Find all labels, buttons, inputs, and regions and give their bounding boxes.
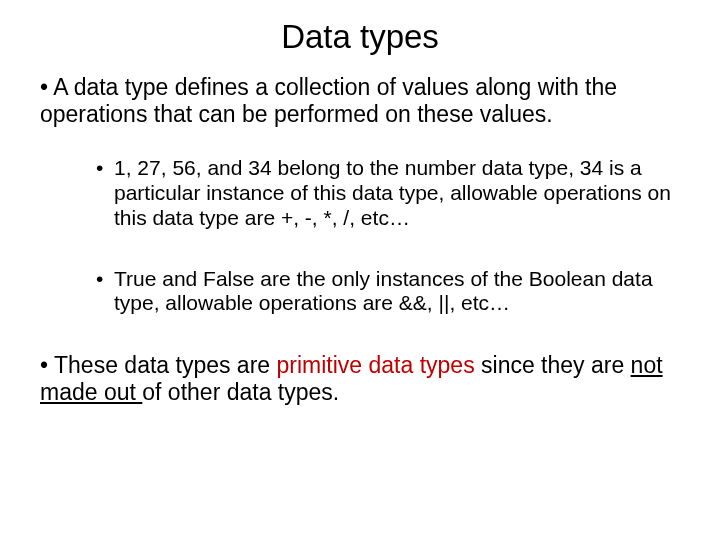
bullet-definition: • A data type defines a collection of va…: [40, 74, 680, 128]
primitive-t5: of other data types.: [142, 379, 339, 405]
bullet-boolean-type: •True and False are the only instances o…: [96, 267, 680, 317]
bullet-dot: •: [96, 267, 114, 292]
slide: Data types • A data type defines a colle…: [0, 0, 720, 540]
primitive-highlight: primitive data types: [277, 352, 475, 378]
primitive-t3: since they are: [475, 352, 631, 378]
definition-text: A data type defines a collection of valu…: [40, 74, 617, 127]
bullet-number-type: •1, 27, 56, and 34 belong to the number …: [96, 156, 680, 230]
bullet-primitive: • These data types are primitive data ty…: [40, 352, 680, 406]
primitive-t1: These data types are: [54, 352, 276, 378]
number-type-text: 1, 27, 56, and 34 belong to the number d…: [114, 156, 671, 229]
bullet-dot: •: [40, 74, 53, 100]
bullet-dot: •: [40, 352, 54, 378]
bullet-dot: •: [96, 156, 114, 181]
boolean-type-text: True and False are the only instances of…: [114, 267, 653, 315]
slide-title: Data types: [40, 18, 680, 56]
sub-bullets: •1, 27, 56, and 34 belong to the number …: [96, 156, 680, 316]
